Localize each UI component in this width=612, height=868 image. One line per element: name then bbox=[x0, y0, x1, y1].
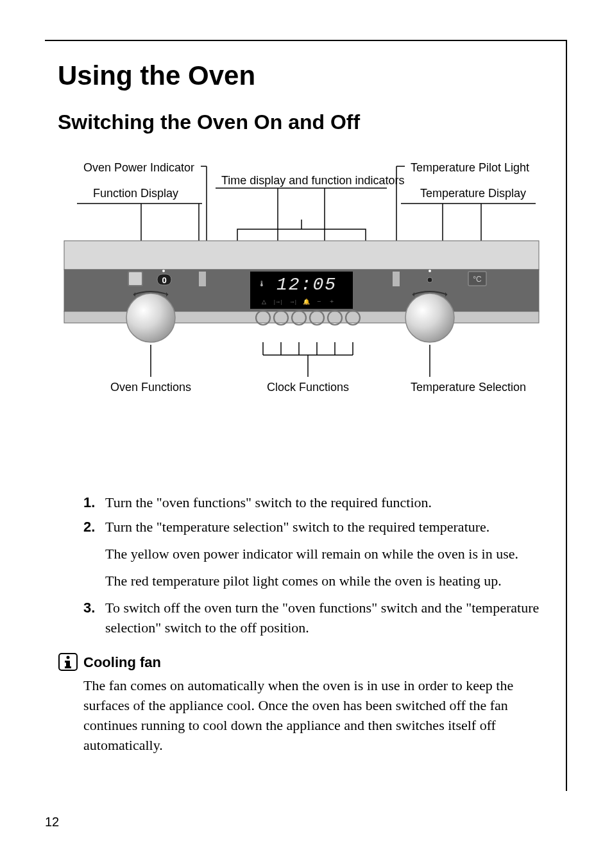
label-oven-functions: Oven Functions bbox=[110, 381, 191, 394]
svg-rect-13 bbox=[237, 229, 366, 242]
list-item: 1. Turn the "oven functions" switch to t… bbox=[83, 492, 540, 513]
section-heading: Switching the Oven On and Off bbox=[58, 110, 540, 134]
svg-point-37 bbox=[427, 277, 432, 282]
svg-text:🔔: 🔔 bbox=[303, 298, 310, 306]
svg-point-40 bbox=[405, 293, 454, 342]
control-panel-diagram: Oven Power Indicator Function Display Ti… bbox=[58, 159, 540, 435]
step-subtext: The yellow oven power indicator will rem… bbox=[105, 544, 540, 564]
svg-text:°C: °C bbox=[473, 275, 482, 284]
label-oven-power-indicator: Oven Power Indicator bbox=[83, 161, 194, 174]
svg-point-52 bbox=[67, 656, 70, 659]
svg-text:→|: →| bbox=[289, 299, 296, 305]
step-number: 3. bbox=[83, 598, 101, 639]
control-strip: 0 🌡 12:05 bbox=[64, 241, 539, 342]
instruction-list: 1. Turn the "oven functions" switch to t… bbox=[83, 492, 540, 756]
temperature-display-icon: °C bbox=[468, 272, 486, 286]
info-icon bbox=[58, 652, 78, 672]
label-time-display: Time display and function indicators bbox=[221, 174, 404, 187]
svg-rect-55 bbox=[65, 666, 71, 668]
label-temp-display: Temperature Display bbox=[420, 187, 526, 200]
svg-text:△: △ bbox=[262, 299, 266, 305]
step-subtext: The red temperature pilot light comes on… bbox=[105, 571, 540, 591]
step-number: 2. bbox=[83, 517, 101, 537]
label-clock-functions: Clock Functions bbox=[267, 381, 349, 394]
label-function-display: Function Display bbox=[93, 187, 178, 200]
oven-power-indicator-icon bbox=[199, 272, 206, 286]
clock-buttons-bracket bbox=[263, 342, 353, 377]
step-text: Turn the "temperature selection" switch … bbox=[105, 517, 540, 537]
step-text: Turn the "oven functions" switch to the … bbox=[105, 492, 540, 513]
page-number: 12 bbox=[45, 815, 59, 829]
clock-time: 12:05 bbox=[276, 275, 337, 295]
svg-text:|→|: |→| bbox=[274, 299, 282, 305]
svg-text:0: 0 bbox=[162, 275, 166, 285]
temperature-pilot-indicator-icon bbox=[393, 272, 400, 286]
svg-text:+: + bbox=[330, 297, 334, 305]
list-item: 3. To switch off the oven turn the "oven… bbox=[83, 598, 540, 639]
svg-rect-54 bbox=[65, 661, 69, 663]
list-item: 2. Turn the "temperature selection" swit… bbox=[83, 517, 540, 537]
svg-point-36 bbox=[429, 270, 431, 272]
svg-text:−: − bbox=[317, 297, 321, 305]
label-temp-pilot: Temperature Pilot Light bbox=[411, 161, 529, 174]
svg-text:🌡: 🌡 bbox=[258, 279, 266, 288]
label-temperature-selection: Temperature Selection bbox=[411, 381, 526, 394]
step-number: 1. bbox=[83, 492, 101, 513]
time-display-panel: 🌡 12:05 △ |→| →| 🔔 − + bbox=[250, 272, 353, 309]
svg-rect-15 bbox=[64, 241, 539, 270]
cooling-fan-text: The fan comes on automatically when the … bbox=[83, 675, 540, 756]
cooling-fan-heading: Cooling fan bbox=[83, 652, 540, 672]
function-display-icon bbox=[128, 272, 142, 286]
svg-point-21 bbox=[126, 293, 175, 342]
svg-point-18 bbox=[162, 270, 165, 272]
step-text: To switch off the oven turn the "oven fu… bbox=[105, 598, 540, 639]
page-heading: Using the Oven bbox=[58, 60, 540, 91]
